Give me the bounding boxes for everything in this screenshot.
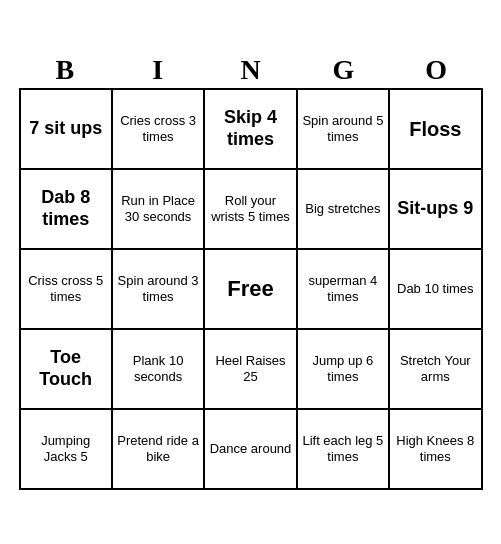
bingo-cell-9[interactable]: Sit-ups 9 [390,170,482,250]
header-g: G [297,54,390,86]
bingo-cell-21[interactable]: Pretend ride a bike [113,410,205,490]
bingo-cell-18[interactable]: Jump up 6 times [298,330,390,410]
bingo-cell-2[interactable]: Skip 4 times [205,90,297,170]
header-i: I [111,54,204,86]
bingo-grid: 7 sit upsCries cross 3 timesSkip 4 times… [19,88,483,490]
bingo-cell-1[interactable]: Cries cross 3 times [113,90,205,170]
bingo-cell-11[interactable]: Spin around 3 times [113,250,205,330]
bingo-cell-6[interactable]: Run in Place 30 seconds [113,170,205,250]
bingo-cell-23[interactable]: Lift each leg 5 times [298,410,390,490]
bingo-cell-8[interactable]: Big stretches [298,170,390,250]
bingo-cell-19[interactable]: Stretch Your arms [390,330,482,410]
bingo-cell-5[interactable]: Dab 8 times [21,170,113,250]
bingo-cell-20[interactable]: Jumping Jacks 5 [21,410,113,490]
header-o: O [390,54,483,86]
bingo-cell-13[interactable]: superman 4 times [298,250,390,330]
bingo-cell-12[interactable]: Free [205,250,297,330]
bingo-cell-17[interactable]: Heel Raises 25 [205,330,297,410]
bingo-cell-7[interactable]: Roll your wrists 5 times [205,170,297,250]
bingo-cell-22[interactable]: Dance around [205,410,297,490]
bingo-cell-0[interactable]: 7 sit ups [21,90,113,170]
bingo-cell-14[interactable]: Dab 10 times [390,250,482,330]
bingo-cell-16[interactable]: Plank 10 seconds [113,330,205,410]
bingo-cell-15[interactable]: Toe Touch [21,330,113,410]
bingo-card: B I N G O 7 sit upsCries cross 3 timesSk… [11,46,491,498]
bingo-header: B I N G O [19,54,483,86]
header-b: B [19,54,112,86]
bingo-cell-4[interactable]: Floss [390,90,482,170]
bingo-cell-24[interactable]: High Knees 8 times [390,410,482,490]
header-n: N [204,54,297,86]
bingo-cell-10[interactable]: Criss cross 5 times [21,250,113,330]
bingo-cell-3[interactable]: Spin around 5 times [298,90,390,170]
